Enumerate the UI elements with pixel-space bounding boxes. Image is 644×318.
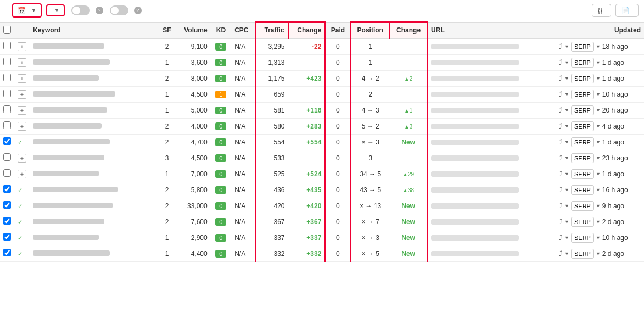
chart-icon[interactable]: ⤴ (559, 249, 563, 258)
serp-button[interactable]: SERP (571, 185, 594, 195)
url-text[interactable] (431, 76, 519, 81)
row-checkbox[interactable] (3, 217, 11, 225)
url-text[interactable] (431, 44, 519, 49)
row-checkbox[interactable] (3, 105, 11, 113)
export-button[interactable]: 📄 (615, 4, 639, 17)
add-keyword-button[interactable]: + (18, 74, 26, 83)
chart-dropdown-arrow[interactable]: ▼ (564, 76, 569, 81)
chart-icon[interactable]: ⤴ (559, 122, 563, 130)
add-keyword-button[interactable]: + (18, 42, 26, 51)
api-button[interactable]: {} (592, 4, 611, 17)
chart-icon[interactable]: ⤴ (559, 90, 563, 98)
url-text[interactable] (431, 251, 519, 256)
serp-dropdown-arrow[interactable]: ▼ (596, 219, 601, 225)
serp-button[interactable]: SERP (571, 169, 594, 179)
row-checkbox[interactable] (3, 121, 11, 129)
url-text[interactable] (431, 124, 519, 129)
url-text[interactable] (431, 92, 519, 97)
chart-dropdown-arrow[interactable]: ▼ (564, 44, 569, 49)
row-checkbox[interactable] (3, 249, 11, 256)
chart-dropdown-arrow[interactable]: ▼ (564, 140, 569, 145)
url-text[interactable] (431, 187, 519, 193)
chart-icon[interactable]: ⤴ (559, 202, 563, 210)
chart-icon[interactable]: ⤴ (559, 74, 563, 82)
serp-dropdown-arrow[interactable]: ▼ (596, 124, 601, 129)
serp-dropdown-arrow[interactable]: ▼ (596, 108, 601, 113)
url-text[interactable] (431, 108, 519, 113)
row-checkbox[interactable] (3, 153, 11, 161)
serp-dropdown-arrow[interactable]: ▼ (596, 60, 601, 65)
serp-button[interactable]: SERP (571, 137, 594, 147)
url-text[interactable] (431, 203, 519, 209)
chart-dropdown-arrow[interactable]: ▼ (564, 187, 569, 193)
keyword-text[interactable] (33, 155, 104, 160)
date-picker-button[interactable]: 📅 ▼ (12, 3, 42, 18)
row-checkbox[interactable] (3, 185, 11, 193)
serp-dropdown-arrow[interactable]: ▼ (596, 235, 601, 241)
add-keyword-button[interactable]: + (18, 90, 26, 99)
row-checkbox[interactable] (3, 233, 11, 241)
chart-dropdown-arrow[interactable]: ▼ (564, 203, 569, 209)
serp-button[interactable]: SERP (571, 153, 594, 163)
keyword-text[interactable] (33, 123, 102, 129)
serp-button[interactable]: SERP (571, 121, 594, 131)
add-keyword-button[interactable]: + (18, 58, 26, 67)
serp-button[interactable]: SERP (571, 74, 594, 83)
chart-icon[interactable]: ⤴ (559, 154, 563, 162)
chart-dropdown-arrow[interactable]: ▼ (564, 251, 569, 256)
select-all-checkbox[interactable] (3, 26, 11, 34)
row-checkbox[interactable] (3, 169, 11, 177)
serp-button[interactable]: SERP (571, 42, 594, 52)
keyword-text[interactable] (33, 139, 110, 144)
add-keyword-button[interactable]: + (18, 170, 26, 178)
chart-icon[interactable]: ⤴ (559, 217, 563, 226)
serp-dropdown-arrow[interactable]: ▼ (596, 251, 601, 256)
serp-dropdown-arrow[interactable]: ▼ (596, 140, 601, 145)
row-checkbox[interactable] (3, 137, 11, 145)
chart-dropdown-arrow[interactable]: ▼ (564, 171, 569, 177)
url-text[interactable] (431, 235, 519, 241)
compare-button[interactable]: ▼ (46, 4, 65, 16)
chart-icon[interactable]: ⤴ (559, 106, 563, 114)
chart-icon[interactable]: ⤴ (559, 58, 563, 66)
url-text[interactable] (431, 171, 519, 177)
add-keyword-button[interactable]: + (18, 106, 26, 115)
row-checkbox[interactable] (3, 74, 11, 81)
multiple-urls-help-icon[interactable]: ? (134, 7, 142, 14)
chart-dropdown-arrow[interactable]: ▼ (564, 124, 569, 129)
row-checkbox[interactable] (3, 201, 11, 209)
keyword-text[interactable] (33, 91, 115, 97)
serp-button[interactable]: SERP (571, 90, 594, 99)
chart-icon[interactable]: ⤴ (559, 170, 563, 178)
chart-icon[interactable]: ⤴ (559, 42, 563, 51)
chart-dropdown-arrow[interactable]: ▼ (564, 155, 569, 161)
keyword-text[interactable] (33, 171, 99, 176)
serp-dropdown-arrow[interactable]: ▼ (596, 203, 601, 209)
row-checkbox[interactable] (3, 42, 11, 49)
serp-button[interactable]: SERP (571, 249, 594, 259)
url-text[interactable] (431, 219, 519, 225)
serp-button[interactable]: SERP (571, 217, 594, 227)
keyword-text[interactable] (33, 219, 104, 224)
row-checkbox[interactable] (3, 58, 11, 65)
keyword-text[interactable] (33, 107, 107, 113)
row-checkbox[interactable] (3, 90, 11, 97)
chart-icon[interactable]: ⤴ (559, 233, 563, 242)
serp-dropdown-arrow[interactable]: ▼ (596, 187, 601, 193)
url-text[interactable] (431, 60, 519, 65)
chart-dropdown-arrow[interactable]: ▼ (564, 235, 569, 241)
serp-button[interactable]: SERP (571, 201, 594, 211)
serp-dropdown-arrow[interactable]: ▼ (596, 171, 601, 177)
keyword-text[interactable] (33, 59, 110, 65)
multiple-urls-toggle[interactable] (110, 5, 128, 15)
serp-button[interactable]: SERP (571, 233, 594, 243)
serp-button[interactable]: SERP (571, 58, 594, 68)
chart-dropdown-arrow[interactable]: ▼ (564, 92, 569, 97)
chart-dropdown-arrow[interactable]: ▼ (564, 60, 569, 65)
keyword-text[interactable] (33, 43, 104, 49)
chart-dropdown-arrow[interactable]: ▼ (564, 219, 569, 225)
keyword-text[interactable] (33, 75, 99, 81)
keyword-text[interactable] (33, 250, 110, 256)
add-keyword-button[interactable]: + (18, 154, 26, 163)
keyword-text[interactable] (33, 187, 118, 192)
